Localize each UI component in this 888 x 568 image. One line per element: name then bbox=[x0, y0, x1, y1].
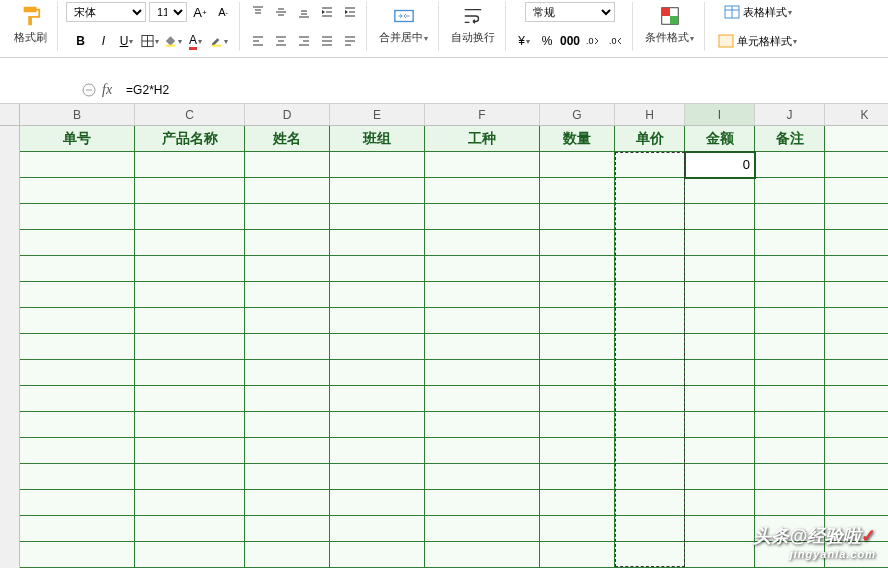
align-center-button[interactable] bbox=[271, 31, 291, 51]
cell[interactable] bbox=[685, 464, 755, 490]
cell[interactable] bbox=[755, 256, 825, 282]
cell[interactable] bbox=[425, 256, 540, 282]
cell[interactable] bbox=[135, 490, 245, 516]
cell[interactable] bbox=[825, 412, 888, 438]
cell[interactable] bbox=[245, 308, 330, 334]
number-format-select[interactable]: 常规 bbox=[525, 2, 615, 22]
cell[interactable] bbox=[825, 334, 888, 360]
header-cell[interactable]: 单号 bbox=[20, 126, 135, 152]
cell[interactable] bbox=[615, 516, 685, 542]
cell[interactable] bbox=[20, 412, 135, 438]
increase-decimal-button[interactable]: .0 bbox=[583, 31, 603, 51]
cell[interactable] bbox=[615, 490, 685, 516]
cell[interactable] bbox=[540, 282, 615, 308]
cell[interactable] bbox=[245, 516, 330, 542]
increase-indent-button[interactable] bbox=[340, 2, 360, 22]
cell[interactable] bbox=[685, 360, 755, 386]
cell[interactable] bbox=[685, 542, 755, 568]
cell[interactable] bbox=[825, 308, 888, 334]
cell[interactable] bbox=[755, 282, 825, 308]
cell[interactable] bbox=[755, 334, 825, 360]
cell[interactable] bbox=[425, 542, 540, 568]
cell[interactable] bbox=[540, 204, 615, 230]
cell[interactable] bbox=[685, 386, 755, 412]
cell[interactable] bbox=[135, 152, 245, 178]
cell[interactable] bbox=[135, 334, 245, 360]
cell[interactable] bbox=[615, 464, 685, 490]
cell[interactable] bbox=[685, 256, 755, 282]
cancel-formula-icon[interactable] bbox=[82, 83, 96, 97]
cell[interactable] bbox=[540, 490, 615, 516]
cell[interactable] bbox=[135, 360, 245, 386]
cell-style-button[interactable]: 单元格样式▾ bbox=[713, 31, 802, 51]
cell[interactable] bbox=[825, 126, 888, 152]
cell[interactable] bbox=[825, 178, 888, 204]
cell[interactable] bbox=[330, 230, 425, 256]
cell[interactable] bbox=[425, 230, 540, 256]
decrease-indent-button[interactable] bbox=[317, 2, 337, 22]
cell[interactable] bbox=[685, 204, 755, 230]
cell[interactable] bbox=[615, 256, 685, 282]
cell[interactable] bbox=[330, 178, 425, 204]
cell[interactable] bbox=[540, 256, 615, 282]
percent-button[interactable]: % bbox=[537, 31, 557, 51]
cell[interactable] bbox=[425, 178, 540, 204]
font-name-select[interactable]: 宋体 bbox=[66, 2, 146, 22]
cell-I2-selected[interactable]: 0 bbox=[685, 152, 755, 178]
cell[interactable] bbox=[245, 438, 330, 464]
col-header-C[interactable]: C bbox=[135, 104, 245, 125]
cell[interactable] bbox=[135, 464, 245, 490]
cell[interactable] bbox=[245, 386, 330, 412]
cell[interactable] bbox=[825, 490, 888, 516]
wrap-text-button[interactable]: 自动换行 bbox=[447, 2, 499, 47]
cell[interactable] bbox=[615, 360, 685, 386]
cell[interactable] bbox=[330, 412, 425, 438]
underline-button[interactable]: U▾ bbox=[117, 31, 137, 51]
header-cell[interactable]: 数量 bbox=[540, 126, 615, 152]
cell[interactable] bbox=[245, 464, 330, 490]
cell[interactable] bbox=[20, 204, 135, 230]
cell[interactable] bbox=[330, 334, 425, 360]
col-header-I[interactable]: I bbox=[685, 104, 755, 125]
cell[interactable] bbox=[330, 204, 425, 230]
cell[interactable] bbox=[425, 282, 540, 308]
cell[interactable] bbox=[685, 516, 755, 542]
cell[interactable] bbox=[755, 204, 825, 230]
cell[interactable] bbox=[755, 230, 825, 256]
cell[interactable] bbox=[615, 308, 685, 334]
cell[interactable] bbox=[685, 178, 755, 204]
cell[interactable] bbox=[245, 334, 330, 360]
col-header-H[interactable]: H bbox=[615, 104, 685, 125]
cell[interactable] bbox=[425, 516, 540, 542]
cell[interactable] bbox=[20, 386, 135, 412]
align-top-button[interactable] bbox=[248, 2, 268, 22]
cell[interactable] bbox=[825, 282, 888, 308]
cell[interactable] bbox=[685, 282, 755, 308]
header-cell[interactable]: 备注 bbox=[755, 126, 825, 152]
cell[interactable] bbox=[135, 178, 245, 204]
col-header-B[interactable]: B bbox=[20, 104, 135, 125]
cell[interactable] bbox=[615, 230, 685, 256]
cell[interactable] bbox=[685, 230, 755, 256]
align-middle-button[interactable] bbox=[271, 2, 291, 22]
cell[interactable] bbox=[685, 438, 755, 464]
cell[interactable] bbox=[135, 230, 245, 256]
cell[interactable] bbox=[615, 412, 685, 438]
cell[interactable] bbox=[245, 360, 330, 386]
currency-button[interactable]: ¥▾ bbox=[514, 31, 534, 51]
cell[interactable] bbox=[825, 438, 888, 464]
cell[interactable] bbox=[615, 204, 685, 230]
formula-input[interactable] bbox=[120, 81, 884, 99]
cell[interactable] bbox=[135, 204, 245, 230]
cell[interactable] bbox=[20, 334, 135, 360]
cell[interactable] bbox=[755, 438, 825, 464]
cell[interactable] bbox=[425, 308, 540, 334]
format-painter-button[interactable]: 格式刷 bbox=[10, 2, 51, 47]
cell[interactable] bbox=[330, 282, 425, 308]
cell[interactable] bbox=[245, 490, 330, 516]
cell[interactable] bbox=[245, 230, 330, 256]
cell[interactable] bbox=[245, 256, 330, 282]
header-cell[interactable]: 金额 bbox=[685, 126, 755, 152]
cell[interactable] bbox=[330, 490, 425, 516]
cell[interactable] bbox=[20, 360, 135, 386]
